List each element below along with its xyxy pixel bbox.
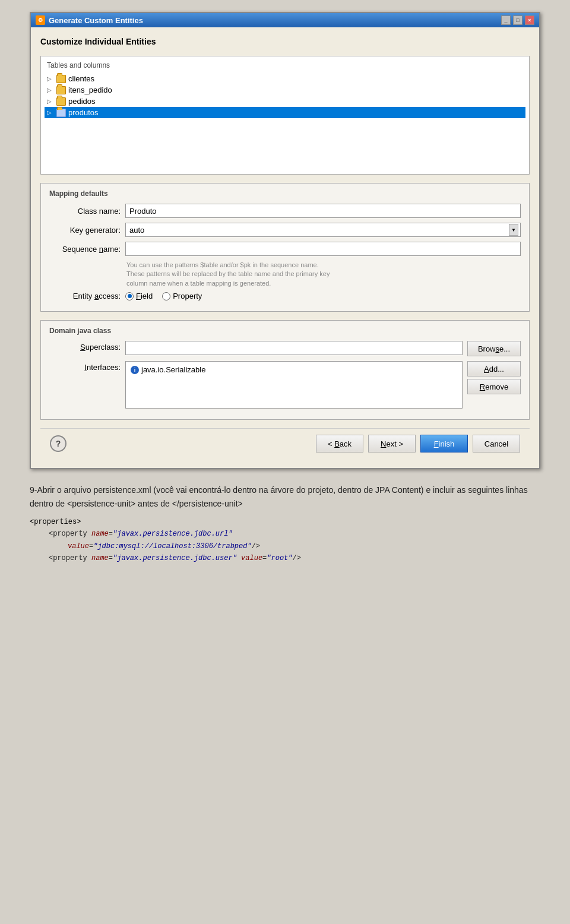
superclass-buttons: Browse...	[467, 341, 521, 356]
code-line-4: <property name="javax.persistence.jdbc.u…	[30, 552, 540, 564]
finish-button[interactable]: Finish	[420, 435, 468, 452]
code-block: <properties> <property name="javax.persi…	[30, 516, 540, 565]
interfaces-list[interactable]: i java.io.Serializable	[125, 361, 463, 409]
main-window: ⚙ Generate Custom Entities _ □ × Customi…	[30, 12, 540, 469]
key-generator-wrapper: auto sequence identity assigned ▼	[125, 223, 521, 237]
sequence-name-label: Sequence name:	[49, 245, 121, 254]
cancel-button[interactable]: Cancel	[473, 435, 520, 452]
entity-access-radio-group: Field Property	[125, 292, 202, 300]
dialog-body: Customize Individual Entities Tables and…	[31, 27, 539, 468]
tree-arrow-clientes: ▷	[47, 75, 54, 82]
class-name-row: Class name:	[49, 204, 521, 218]
code-line-1: <properties>	[30, 516, 540, 528]
tables-tree-panel: Tables and columns ▷ clientes ▷ itens_pe…	[40, 56, 530, 175]
domain-java-title: Domain java class	[49, 327, 521, 335]
help-button[interactable]: ?	[50, 435, 66, 452]
title-bar-controls[interactable]: _ □ ×	[501, 15, 534, 25]
interfaces-field-wrapper: i java.io.Serializable	[125, 361, 463, 409]
interface-label: java.io.Serializable	[141, 365, 205, 374]
interfaces-row: Interfaces: i java.io.Serializable Add..…	[49, 361, 521, 409]
folder-icon-produtos	[56, 109, 66, 117]
tree-item-label-clientes: clientes	[68, 74, 94, 83]
window-icon: ⚙	[36, 15, 45, 25]
mapping-defaults-title: Mapping defaults	[49, 189, 521, 198]
tree-arrow-produtos: ▷	[47, 109, 54, 116]
sequence-hint: You can use the patterns $table and/or $…	[126, 261, 521, 288]
class-name-label: Class name:	[49, 207, 121, 216]
code-line-2: <property name="javax.persistence.jdbc.u…	[30, 528, 540, 540]
key-generator-row: Key generator: auto sequence identity as…	[49, 223, 521, 237]
bottom-bar: ? < Back Next > Finish Cancel	[40, 428, 530, 458]
radio-property-label: Property	[173, 292, 202, 300]
key-generator-select[interactable]: auto sequence identity assigned	[125, 223, 521, 237]
interface-buttons: Add... Remove	[467, 361, 521, 394]
browse-button[interactable]: Browse...	[467, 341, 521, 356]
tables-label: Tables and columns	[45, 60, 525, 73]
superclass-row: Superclass: Browse...	[49, 341, 521, 356]
radio-field-label: Field	[136, 292, 153, 300]
remove-button[interactable]: Remove	[467, 379, 521, 394]
tree-item-label-pedidos: pedidos	[68, 97, 96, 106]
entity-access-label: Entity access:	[49, 292, 121, 300]
interface-item-serializable: i java.io.Serializable	[128, 364, 460, 375]
title-bar-left: ⚙ Generate Custom Entities	[36, 15, 143, 25]
radio-field-circle	[125, 292, 134, 300]
folder-icon-clientes	[56, 75, 66, 83]
tree-item-pedidos[interactable]: ▷ pedidos	[45, 96, 525, 107]
radio-property[interactable]: Property	[162, 292, 202, 300]
folder-icon-pedidos	[56, 97, 66, 106]
tree-arrow-pedidos: ▷	[47, 98, 54, 105]
superclass-input[interactable]	[125, 341, 463, 355]
tree-item-label-itens: itens_pedido	[68, 86, 112, 94]
maximize-button[interactable]: □	[513, 15, 522, 25]
mapping-defaults-panel: Mapping defaults Class name: Key generat…	[40, 183, 530, 312]
title-bar: ⚙ Generate Custom Entities _ □ ×	[31, 13, 539, 27]
minimize-button[interactable]: _	[501, 15, 511, 25]
superclass-label: Superclass:	[49, 341, 121, 352]
close-button[interactable]: ×	[525, 15, 534, 25]
class-name-input[interactable]	[125, 204, 521, 218]
add-button[interactable]: Add...	[467, 361, 521, 376]
entity-access-row: Entity access: Field Property	[49, 292, 521, 300]
folder-icon-itens	[56, 86, 66, 94]
description-paragraph: 9-Abrir o arquivo persistence.xml (você …	[30, 483, 540, 510]
domain-java-panel: Domain java class Superclass: Browse... …	[40, 320, 530, 420]
tree-item-label-produtos: produtos	[68, 108, 99, 117]
tree-arrow-itens: ▷	[47, 87, 54, 93]
interfaces-label: Interfaces:	[49, 361, 121, 372]
key-generator-label: Key generator:	[49, 226, 121, 235]
superclass-field-wrapper	[125, 341, 463, 355]
code-line-3: value="jdbc:mysql://localhost:3306/trabp…	[30, 540, 540, 552]
sequence-name-row: Sequence name:	[49, 242, 521, 256]
radio-field[interactable]: Field	[125, 292, 153, 300]
info-icon: i	[131, 366, 139, 374]
window-title: Generate Custom Entities	[49, 16, 143, 25]
tree-item-clientes[interactable]: ▷ clientes	[45, 73, 525, 84]
tree-item-produtos[interactable]: ▷ produtos	[45, 107, 525, 118]
text-below: 9-Abrir o arquivo persistence.xml (você …	[30, 483, 540, 564]
section-title: Customize Individual Entities	[40, 37, 530, 46]
back-button[interactable]: < Back	[316, 435, 363, 452]
sequence-name-input[interactable]	[125, 242, 521, 256]
radio-property-circle	[162, 292, 170, 300]
next-button[interactable]: Next >	[368, 435, 416, 452]
tree-item-itens-pedido[interactable]: ▷ itens_pedido	[45, 84, 525, 96]
